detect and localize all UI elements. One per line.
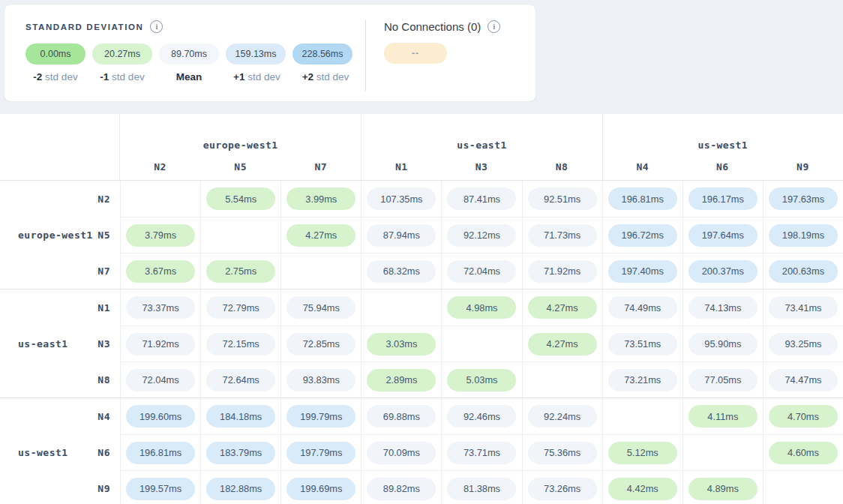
cell-N5-N1: 87.94ms: [361, 217, 441, 253]
latency-pill-N1-N6[interactable]: 74.13ms: [688, 296, 758, 319]
latency-pill-N1-N8[interactable]: 4.27ms: [528, 296, 597, 319]
latency-pill-N2-N9[interactable]: 197.63ms: [769, 188, 838, 210]
latency-pill-N6-N7[interactable]: 197.79ms: [286, 442, 356, 464]
latency-pill-N5-N3[interactable]: 92.12ms: [447, 224, 516, 247]
cell-N1-N5: 72.79ms: [200, 290, 280, 326]
latency-pill-N6-N4[interactable]: 5.12ms: [608, 442, 677, 464]
latency-pill-N1-N3[interactable]: 4.98ms: [447, 296, 516, 319]
cell-N4-N7: 199.79ms: [280, 398, 361, 434]
latency-pill-N6-N3[interactable]: 73.71ms: [447, 442, 516, 464]
latency-pill-N3-N2[interactable]: 71.92ms: [126, 333, 195, 356]
latency-pill-N5-N8[interactable]: 71.73ms: [528, 224, 597, 247]
latency-pill-N4-N5[interactable]: 184.18ms: [206, 405, 275, 428]
latency-pill-N3-N5[interactable]: 72.15ms: [206, 333, 275, 356]
cell-N6-N3: 73.71ms: [441, 434, 521, 470]
latency-pill-N9-N8[interactable]: 73.26ms: [528, 478, 597, 500]
cell-N3-N8: 4.27ms: [522, 326, 602, 362]
legend-pill: 159.13ms: [226, 44, 286, 64]
latency-pill-N8-N5[interactable]: 72.64ms: [206, 369, 275, 392]
latency-pill-N9-N2[interactable]: 199.57ms: [126, 478, 195, 500]
region-row-label: europe-west1: [18, 230, 98, 241]
latency-pill-N8-N6[interactable]: 77.05ms: [688, 369, 758, 392]
latency-pill-N2-N4[interactable]: 196.81ms: [608, 188, 677, 210]
latency-pill-N6-N5[interactable]: 183.79ms: [206, 442, 275, 464]
latency-pill-N8-N4[interactable]: 73.21ms: [608, 369, 677, 392]
latency-pill-N7-N6[interactable]: 200.37ms: [688, 260, 758, 283]
latency-pill-N7-N4[interactable]: 197.40ms: [608, 260, 677, 283]
latency-pill-N7-N5[interactable]: 2.75ms: [206, 260, 275, 283]
latency-pill-N4-N7[interactable]: 199.79ms: [286, 405, 356, 428]
latency-pill-N1-N7[interactable]: 75.94ms: [286, 296, 356, 319]
cell-N4-N2: 199.60ms: [120, 398, 200, 434]
latency-pill-N6-N2[interactable]: 196.81ms: [126, 442, 195, 464]
latency-pill-N3-N7[interactable]: 72.85ms: [286, 333, 356, 356]
latency-pill-N2-N5[interactable]: 5.54ms: [206, 188, 275, 210]
latency-pill-N2-N8[interactable]: 92.51ms: [528, 188, 597, 210]
cell-N9-N7: 199.69ms: [280, 470, 361, 504]
latency-pill-N3-N1[interactable]: 3.03ms: [367, 333, 436, 356]
no-connections-pill: --: [384, 43, 447, 64]
latency-pill-N7-N2[interactable]: 3.67ms: [126, 260, 195, 283]
latency-pill-N4-N6[interactable]: 4.11ms: [688, 405, 758, 428]
latency-pill-N8-N3[interactable]: 5.03ms: [447, 369, 516, 392]
latency-pill-N9-N1[interactable]: 89.82ms: [367, 478, 436, 500]
latency-pill-N4-N2[interactable]: 199.60ms: [126, 405, 195, 428]
cell-N4-N1: 69.88ms: [361, 398, 441, 434]
latency-pill-N9-N4[interactable]: 4.42ms: [608, 478, 677, 500]
cell-N5-N8: 71.73ms: [522, 217, 602, 253]
row-group-us-east1: N173.37ms72.79ms75.94ms4.98ms4.27ms74.49…: [0, 289, 843, 398]
cell-N6-N6: [682, 434, 763, 470]
latency-pill-N8-N2[interactable]: 72.04ms: [126, 369, 195, 392]
latency-pill-N7-N8[interactable]: 71.92ms: [528, 260, 597, 283]
latency-pill-N2-N7[interactable]: 3.99ms: [286, 188, 356, 210]
latency-pill-N5-N1[interactable]: 87.94ms: [367, 224, 436, 247]
latency-pill-N5-N6[interactable]: 197.64ms: [688, 224, 758, 247]
info-icon[interactable]: i: [150, 20, 163, 33]
latency-pill-N8-N7[interactable]: 93.83ms: [286, 369, 356, 392]
latency-pill-N3-N6[interactable]: 95.90ms: [688, 333, 758, 356]
row-label-N4: N4: [0, 398, 120, 434]
latency-pill-N3-N9[interactable]: 93.25ms: [769, 333, 838, 356]
latency-pill-N6-N8[interactable]: 75.36ms: [528, 442, 597, 464]
latency-pill-N4-N3[interactable]: 92.46ms: [447, 405, 516, 428]
cell-N7-N3: 72.04ms: [441, 253, 521, 289]
latency-pill-N7-N3[interactable]: 72.04ms: [447, 260, 516, 283]
latency-pill-N9-N7[interactable]: 199.69ms: [286, 478, 356, 500]
latency-pill-N7-N9[interactable]: 200.63ms: [769, 260, 838, 283]
latency-pill-N4-N9[interactable]: 4.70ms: [769, 405, 838, 428]
info-icon[interactable]: i: [488, 20, 500, 33]
latency-pill-N2-N1[interactable]: 107.35ms: [367, 188, 436, 210]
cell-N8-N2: 72.04ms: [120, 362, 200, 398]
legend-pill: 228.56ms: [292, 44, 352, 64]
latency-pill-N9-N5[interactable]: 182.88ms: [206, 478, 275, 500]
latency-pill-N5-N9[interactable]: 198.19ms: [769, 224, 838, 247]
latency-pill-N3-N8[interactable]: 4.27ms: [528, 333, 597, 356]
col-header-N1: N1: [361, 153, 441, 180]
latency-pill-N2-N6[interactable]: 196.17ms: [688, 188, 758, 210]
no-connections-section: No Connections (0) i --: [366, 4, 536, 101]
legend-pills: 0.00ms20.27ms89.70ms159.13ms228.56ms: [26, 44, 365, 64]
cell-N2-N6: 196.17ms: [682, 181, 763, 217]
latency-pill-N1-N2[interactable]: 73.37ms: [126, 296, 195, 319]
latency-pill-N5-N2[interactable]: 3.79ms: [126, 224, 195, 247]
latency-pill-N4-N1[interactable]: 69.88ms: [367, 405, 436, 428]
latency-pill-N1-N4[interactable]: 74.49ms: [608, 296, 677, 319]
latency-pill-N1-N5[interactable]: 72.79ms: [206, 296, 275, 319]
latency-pill-N4-N8[interactable]: 92.24ms: [528, 405, 597, 428]
latency-pill-N9-N3[interactable]: 81.38ms: [447, 478, 516, 500]
latency-pill-N8-N9[interactable]: 74.47ms: [769, 369, 838, 392]
latency-pill-N6-N1[interactable]: 70.09ms: [367, 442, 436, 464]
latency-pill-N5-N7[interactable]: 4.27ms: [286, 224, 356, 247]
cell-N8-N7: 93.83ms: [280, 362, 361, 398]
latency-pill-N7-N1[interactable]: 68.32ms: [367, 260, 436, 283]
latency-pill-N5-N4[interactable]: 196.72ms: [608, 224, 677, 247]
latency-pill-N9-N6[interactable]: 4.89ms: [688, 478, 758, 500]
legend-label: -2 std dev: [26, 71, 86, 82]
latency-pill-N8-N1[interactable]: 2.89ms: [367, 369, 436, 392]
latency-pill-N6-N9[interactable]: 4.60ms: [769, 442, 838, 464]
latency-pill-N1-N9[interactable]: 73.41ms: [769, 296, 838, 319]
latency-pill-N3-N4[interactable]: 73.51ms: [608, 333, 677, 356]
latency-pill-N2-N3[interactable]: 87.41ms: [447, 188, 516, 210]
cell-N8-N3: 5.03ms: [441, 362, 521, 398]
cell-N8-N4: 73.21ms: [602, 362, 682, 398]
